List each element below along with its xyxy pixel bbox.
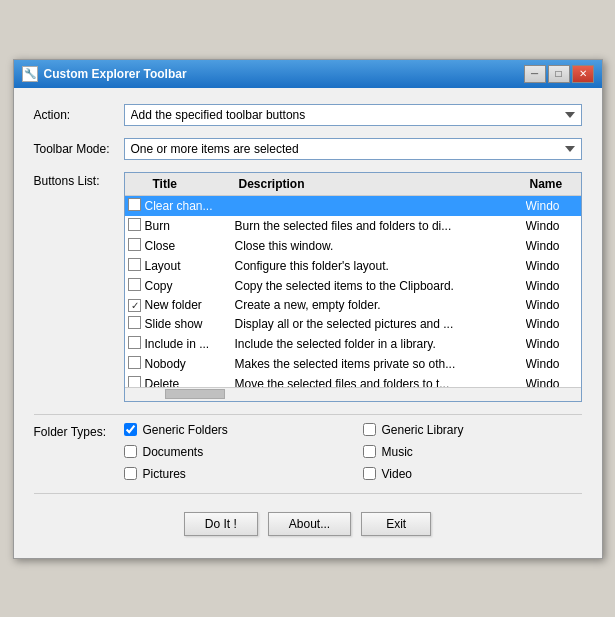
action-row: Action: Add the specified toolbar button… [34,104,582,126]
folder-type-label: Generic Folders [143,423,228,437]
list-header: Title Description Name [125,173,581,196]
list-item-check[interactable] [125,316,145,332]
toolbar-mode-select-wrapper: One or more items are selected [124,138,582,160]
folder-type-label: Music [382,445,413,459]
list-item-desc: Copy the selected items to the Clipboard… [235,279,526,293]
list-item-title: Copy [145,279,235,293]
list-item-title: New folder [145,298,235,312]
col-desc-header: Description [235,175,526,193]
horizontal-scrollbar[interactable] [125,387,581,401]
list-item[interactable]: DeleteMove the selected files and folder… [125,374,581,387]
folder-type-checkbox[interactable] [124,423,137,436]
toolbar-mode-row: Toolbar Mode: One or more items are sele… [34,138,582,160]
folder-type-label: Video [382,467,412,481]
title-bar-left: 🔧 Custom Explorer Toolbar [22,66,187,82]
title-buttons: ─ □ ✕ [524,65,594,83]
list-item-name: Windo [526,219,581,233]
about-button[interactable]: About... [268,512,351,536]
list-item-desc: Include the selected folder in a library… [235,337,526,351]
content-area: Action: Add the specified toolbar button… [14,88,602,558]
list-item-name: Windo [526,377,581,387]
list-item[interactable]: Include in ...Include the selected folde… [125,334,581,354]
list-item-desc: Makes the selected items private so oth.… [235,357,526,371]
list-item-check[interactable] [125,356,145,372]
list-item-check[interactable] [125,336,145,352]
list-item[interactable]: BurnBurn the selected files and folders … [125,216,581,236]
list-item-title: Slide show [145,317,235,331]
list-item[interactable]: CopyCopy the selected items to the Clipb… [125,276,581,296]
list-item-check[interactable] [125,258,145,274]
list-item[interactable]: ✓New folderCreate a new, empty folder.Wi… [125,296,581,314]
list-item[interactable]: NobodyMakes the selected items private s… [125,354,581,374]
buttons-list-row: Buttons List: Title Description Name Cle… [34,172,582,402]
action-select[interactable]: Add the specified toolbar buttons [124,104,582,126]
list-item-check[interactable] [125,278,145,294]
checkbox-box[interactable]: ✓ [128,299,141,312]
checkbox-box[interactable] [128,198,141,211]
minimize-button[interactable]: ─ [524,65,546,83]
folder-type-label: Generic Library [382,423,464,437]
list-scroll-area[interactable]: Clear chan...WindoBurnBurn the selected … [125,196,581,387]
folder-type-item[interactable]: Video [363,467,582,481]
checkbox-box[interactable] [128,316,141,329]
checkbox-box[interactable] [128,258,141,271]
list-item-name: Windo [526,279,581,293]
list-item[interactable]: LayoutConfigure this folder's layout.Win… [125,256,581,276]
list-item-check[interactable] [125,218,145,234]
folder-type-checkbox[interactable] [124,467,137,480]
list-item-desc: Burn the selected files and folders to d… [235,219,526,233]
maximize-button[interactable]: □ [548,65,570,83]
list-item-check[interactable]: ✓ [125,298,145,312]
exit-button[interactable]: Exit [361,512,431,536]
folder-type-checkbox[interactable] [363,423,376,436]
window-title: Custom Explorer Toolbar [44,67,187,81]
checkbox-box[interactable] [128,218,141,231]
checkbox-box[interactable] [128,336,141,349]
list-item-check[interactable] [125,238,145,254]
buttons-list-label: Buttons List: [34,172,124,402]
list-item-desc: Create a new, empty folder. [235,298,526,312]
list-item-name: Windo [526,337,581,351]
close-button[interactable]: ✕ [572,65,594,83]
folder-type-checkbox[interactable] [124,445,137,458]
scroll-thumb[interactable] [165,389,225,399]
list-item-title: Nobody [145,357,235,371]
folder-types-row: Folder Types: Generic FoldersGeneric Lib… [34,423,582,481]
list-item-desc: Configure this folder's layout. [235,259,526,273]
buttons-list-container: Title Description Name Clear chan...Wind… [124,172,582,402]
folder-type-item[interactable]: Generic Folders [124,423,343,437]
checkbox-box[interactable] [128,238,141,251]
list-item-name: Windo [526,199,581,213]
folder-type-checkbox[interactable] [363,445,376,458]
list-item-name: Windo [526,357,581,371]
folder-type-item[interactable]: Documents [124,445,343,459]
list-item-desc: Move the selected files and folders to t… [235,377,526,387]
list-item-name: Windo [526,239,581,253]
folder-type-item[interactable]: Generic Library [363,423,582,437]
list-item-name: Windo [526,259,581,273]
folder-type-item[interactable]: Music [363,445,582,459]
folder-type-label: Pictures [143,467,186,481]
folder-types-label: Folder Types: [34,423,124,481]
footer-divider [34,493,582,494]
do-it-button[interactable]: Do It ! [184,512,258,536]
list-item-check[interactable] [125,376,145,387]
col-name-header: Name [526,175,581,193]
list-item[interactable]: CloseClose this window.Windo [125,236,581,256]
toolbar-mode-select[interactable]: One or more items are selected [124,138,582,160]
window-icon: 🔧 [22,66,38,82]
list-item-name: Windo [526,317,581,331]
folder-type-item[interactable]: Pictures [124,467,343,481]
action-select-wrapper: Add the specified toolbar buttons [124,104,582,126]
list-item[interactable]: Clear chan...Windo [125,196,581,216]
checkbox-box[interactable] [128,376,141,387]
list-item-desc: Display all or the selected pictures and… [235,317,526,331]
list-item[interactable]: Slide showDisplay all or the selected pi… [125,314,581,334]
checkbox-box[interactable] [128,278,141,291]
list-scroll-wrapper: Clear chan...WindoBurnBurn the selected … [125,196,581,387]
list-item-desc: Close this window. [235,239,526,253]
folder-type-checkbox[interactable] [363,467,376,480]
list-item-check[interactable] [125,198,145,214]
folder-types-grid: Generic FoldersGeneric LibraryDocumentsM… [124,423,582,481]
checkbox-box[interactable] [128,356,141,369]
